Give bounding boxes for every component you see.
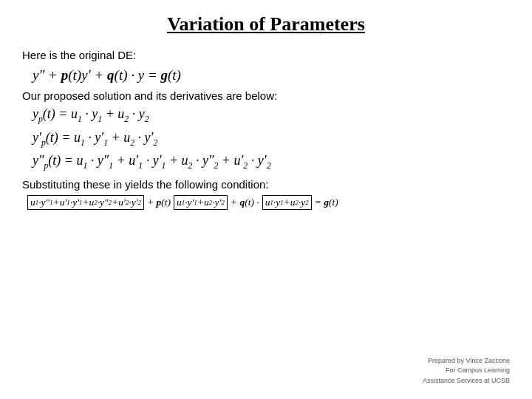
bracket-group-3: u1 · y1 + u2 · y2 — [262, 195, 312, 210]
page-title: Variation of Parameters — [22, 13, 510, 35]
plus-pt: + p(t) — [147, 197, 171, 208]
footer: Prepared by Vince Zaccone For Campus Lea… — [423, 356, 510, 386]
equals-gt: = g(t) — [315, 197, 338, 208]
eq-y-double-prime: y″ + p(t)y′ + q(t) · y = g(t) — [33, 67, 181, 83]
yp-prime-equation: y′p(t) = u1 · y′1 + u2 · y′2 — [33, 130, 510, 148]
bracket-group-1: u1 · y″1 + u′1 · y′1 + u2 · y″2 + u′2 · … — [27, 195, 144, 210]
original-de-equation: y″ + p(t)y′ + q(t) · y = g(t) — [33, 67, 510, 83]
bracket-group-2: u1 · y′1 + u2 · y′2 — [174, 195, 228, 210]
footer-line2: For Campus Learning — [423, 366, 510, 376]
proposed-solution-label: Our proposed solution and its derivative… — [22, 89, 510, 102]
yp-double-prime-equation: y″p(t) = u1 · y″1 + u′1 · y′1 + u2 · y″2… — [33, 153, 510, 171]
original-de-label: Here is the original DE: — [22, 49, 510, 61]
substituted-equation: u1 · y″1 + u′1 · y′1 + u2 · y″2 + u′2 · … — [27, 195, 510, 210]
plus-qt: + q(t) · — [231, 197, 259, 208]
yp-equation: yp(t) = u1 · y1 + u2 · y2 — [33, 106, 510, 124]
footer-line1: Prepared by Vince Zaccone — [423, 356, 510, 366]
substituting-label: Substituting these in yields the followi… — [22, 178, 510, 191]
page-container: Variation of Parameters Here is the orig… — [0, 0, 532, 399]
footer-line3: Assistance Services at UCSB — [423, 376, 510, 386]
